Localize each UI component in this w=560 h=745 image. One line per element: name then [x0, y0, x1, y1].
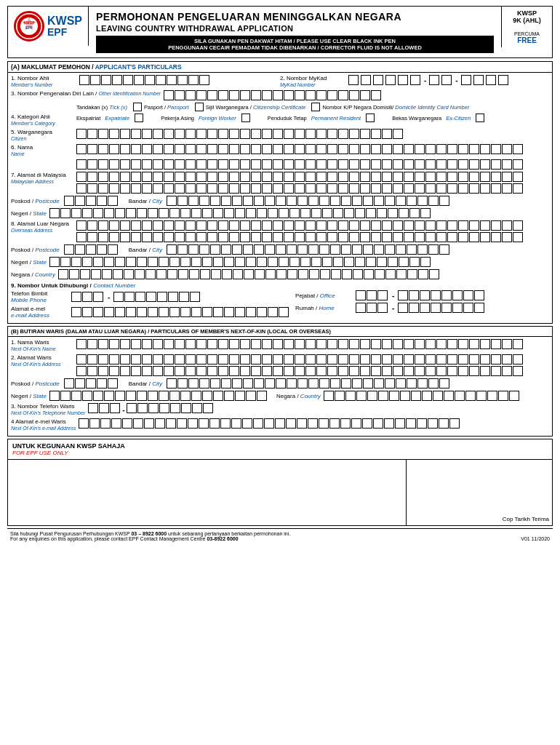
- cat-expatriate[interactable]: Ekspatriat Expatriate: [76, 113, 143, 122]
- mobile-input-1[interactable]: [71, 292, 104, 302]
- home-input-1[interactable]: [356, 303, 388, 313]
- citizen-input[interactable]: [76, 129, 404, 139]
- nok-name-row: 1. Nama Waris Next Of-Kin's Name: [11, 339, 549, 352]
- nok-state-input[interactable]: [49, 391, 268, 401]
- office-row: Pejabat / Office -: [295, 290, 549, 300]
- nok-country-input[interactable]: [324, 391, 549, 401]
- address-input[interactable]: [76, 172, 549, 194]
- form-title-en: LEAVING COUNTRY WITHDRAWAL APPLICATION: [96, 24, 494, 33]
- nok-postcode-input[interactable]: [64, 378, 119, 389]
- overseas-city-input[interactable]: [167, 244, 549, 255]
- nok-address-input[interactable]: [76, 354, 549, 376]
- cat-ex-citizen-checkbox[interactable]: [476, 113, 484, 122]
- cat-expatriate-checkbox[interactable]: [135, 113, 143, 122]
- overseas-postcode-input[interactable]: [64, 244, 119, 255]
- overseas-state-input[interactable]: [49, 257, 549, 267]
- for-epf-title-bm: UNTUK KEGUNAAN KWSP SAHAJA: [12, 442, 548, 450]
- nok-postcode-city-row: Poskod / Postcode Bandar / City: [11, 378, 549, 389]
- nok-name-input[interactable]: [76, 339, 549, 349]
- overseas-city-label: Bandar / City: [129, 247, 162, 253]
- nok-city-input[interactable]: [167, 378, 549, 389]
- tick-options-row: Tandakan (x) Tick (x) Pasport / Passport…: [76, 103, 549, 111]
- citizen-label: 5. Warganegara Citizen: [11, 129, 76, 142]
- section-a-header: (A) MAKLUMAT PEMOHON / APPLICANT'S PARTI…: [8, 62, 552, 73]
- cat-permanent-resident[interactable]: Penduduk Tetap Permanent Resident: [268, 113, 375, 122]
- category-label: 4. Kategori Ahli Member's Category: [11, 113, 76, 127]
- mobile-input-2[interactable]: [113, 292, 201, 302]
- cop-tarikh-label: Cop Tarikh Terima: [503, 516, 549, 522]
- nok-email-label: 4 Alamat e-mel Waris Next Of-Kin's e-mai…: [11, 418, 79, 431]
- nok-email-input[interactable]: [79, 418, 549, 429]
- org-name: KWSP EPF: [47, 15, 82, 37]
- office-input-2[interactable]: [398, 290, 485, 300]
- nok-state-label: Negeri / State: [11, 393, 47, 399]
- for-epf-header: UNTUK KEGUNAAN KWSP SAHAJA FOR EPF USE O…: [8, 439, 552, 460]
- cat-foreign-worker-checkbox[interactable]: [241, 113, 250, 122]
- overseas-state-row: Negeri / State: [11, 257, 549, 267]
- epf-left-area: [8, 460, 407, 525]
- member-number-input[interactable]: [79, 75, 210, 85]
- postcode-input[interactable]: [64, 196, 119, 206]
- nok-name-label: 1. Nama Waris Next Of-Kin's Name: [11, 339, 76, 352]
- epf-right-area: Cop Tarikh Terima: [407, 460, 552, 525]
- tick-citizen-cert[interactable]: Sijil Warganegara / Citizenship Certific…: [195, 103, 306, 111]
- city-input[interactable]: [167, 196, 549, 206]
- overseas-postcode-label: Poskod / Postcode: [11, 247, 60, 253]
- category-row: 4. Kategori Ahli Member's Category Ekspa…: [11, 113, 549, 127]
- for-epf-title-en: FOR EPF USE ONLY: [12, 450, 548, 456]
- overseas-country-row: Negara / Country: [11, 269, 549, 279]
- mobile-row: Telefon Bimbit Mobile Phone -: [11, 290, 289, 303]
- section-a-title-en: APPLICANT'S PARTICULARS: [95, 63, 182, 71]
- logo-area: KWSP EPF KWSP EPF: [8, 7, 89, 46]
- nok-phone-input-2[interactable]: [127, 403, 214, 413]
- nok-state-country-row: Negeri / State Negara / Country: [11, 391, 549, 401]
- overseas-state-label: Negeri / State: [11, 259, 47, 266]
- name-input[interactable]: [76, 144, 524, 154]
- home-input-2[interactable]: [398, 303, 485, 313]
- category-options: Ekspatriat Expatriate Pekerja Asing Fore…: [76, 113, 484, 122]
- nok-phone-row: 3. Nombor Telefon Waris Next Of-Kin's Te…: [11, 403, 549, 416]
- overseas-row: 8. Alamat Luar Negara Overseas Address: [11, 220, 549, 242]
- domicile-checkbox[interactable]: [311, 103, 320, 111]
- overseas-country-input[interactable]: [58, 269, 549, 279]
- nok-email-row: 4 Alamat e-mel Waris Next Of-Kin's e-mai…: [11, 418, 549, 431]
- section-b-header: (B) BUTIRAN WARIS (DALAM ATAU LUAR NEGAR…: [8, 327, 552, 337]
- name-row2: [11, 159, 549, 170]
- state-input[interactable]: [49, 208, 549, 218]
- name-row: 6. Nama Name: [11, 144, 549, 157]
- nok-phone-input-1[interactable]: [88, 403, 121, 413]
- for-epf-section: UNTUK KEGUNAAN KWSP SAHAJA FOR EPF USE O…: [7, 439, 553, 526]
- name-input2[interactable]: [76, 159, 524, 170]
- other-id-input[interactable]: [164, 90, 382, 100]
- home-row: Rumah / Home -: [295, 303, 549, 313]
- office-input-1[interactable]: [356, 290, 388, 300]
- passport-checkbox[interactable]: [133, 103, 142, 111]
- kwsp-logo: KWSP EPF: [14, 11, 44, 41]
- section-a: (A) MAKLUMAT PEMOHON / APPLICANT'S PARTI…: [7, 61, 553, 324]
- member-mykad-row: 1. Nombor Ahli Member's Number: [11, 75, 549, 88]
- title-area: PERMOHONAN PENGELUARAN MENINGGALKAN NEGA…: [89, 7, 501, 57]
- mobile-label: Telefon Bimbit Mobile Phone: [11, 290, 69, 303]
- overseas-country-label: Negara / Country: [11, 271, 55, 278]
- percuma-label: PERCUMA: [514, 31, 540, 36]
- ink-notice: SILA GUNAKAN PEN DAKWAT HITAM / PLEASE U…: [96, 36, 494, 53]
- email-input[interactable]: [71, 307, 289, 317]
- address-row: 7. Alamat di Malaysia Malaysian Address: [11, 172, 549, 194]
- cat-foreign-worker[interactable]: Pekerja Asing Foreign Worker: [161, 113, 250, 122]
- contact-right: Pejabat / Office -: [295, 290, 549, 321]
- email-row: Alamat e-mel e-mail Address: [11, 306, 289, 319]
- section-b: (B) BUTIRAN WARIS (DALAM ATAU LUAR NEGAR…: [7, 326, 553, 437]
- cat-ex-citizen[interactable]: Bekas Warganegara Ex-Citizen: [392, 113, 484, 122]
- nok-address-row: 2. Alamat Waris Next Of-Kin's Address: [11, 354, 549, 376]
- nok-address-label: 2. Alamat Waris Next Of-Kin's Address: [11, 354, 76, 367]
- tick-passport[interactable]: Pasport / Passport: [133, 103, 189, 111]
- cat-permanent-resident-checkbox[interactable]: [366, 113, 375, 122]
- nok-city-label: Bandar / City: [129, 381, 162, 387]
- mykad-input[interactable]: - -: [348, 75, 509, 85]
- tick-domicile[interactable]: Nombor K/P Negara Domisili/ Domicile Ide…: [311, 103, 469, 111]
- overseas-input[interactable]: [76, 220, 549, 242]
- citizen-cert-checkbox[interactable]: [195, 103, 204, 111]
- postcode-label: Poskod / Postcode: [11, 198, 60, 204]
- footer-contact-bm: Sila hubungi Pusat Pengurusan Perhubunga…: [10, 531, 521, 536]
- kwsp-label: KWSP: [47, 15, 82, 27]
